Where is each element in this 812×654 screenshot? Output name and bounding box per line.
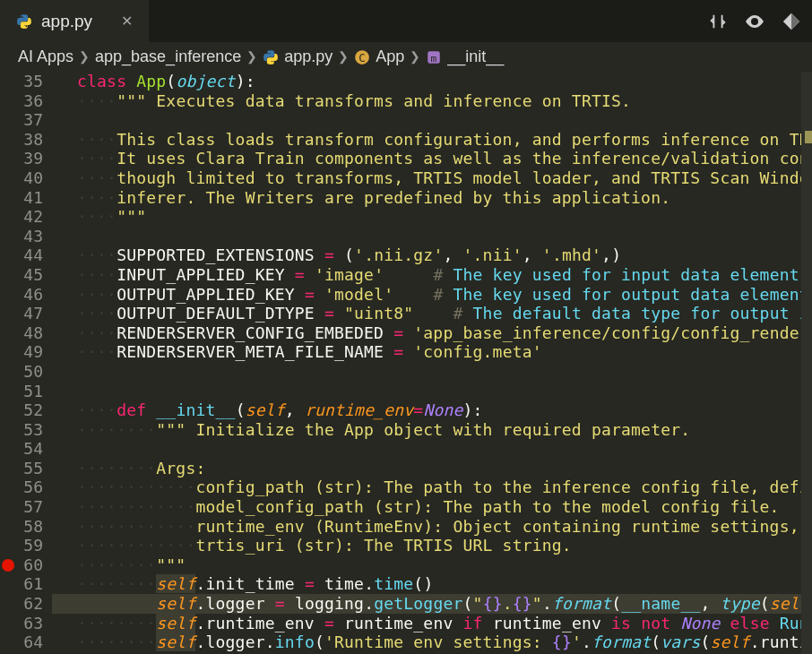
code-line[interactable]: ····RENDERSERVER_CONFIG_EMBEDED = 'app_b… [52, 323, 801, 343]
code-line[interactable]: ········self.logger = logging.getLogger(… [52, 594, 801, 614]
code-line[interactable] [52, 382, 801, 401]
close-icon[interactable]: ✕ [121, 12, 133, 31]
chevron-right-icon: ❯ [338, 47, 349, 67]
svg-text:m: m [431, 52, 437, 64]
chevron-right-icon: ❯ [246, 47, 257, 67]
code-line[interactable]: ············trtis_uri (str): The TRTIS U… [52, 536, 801, 555]
code-line[interactable]: ········""" Initialize the App object wi… [52, 420, 801, 440]
line-number[interactable]: 39 [0, 149, 43, 168]
code-line[interactable]: ········self.init_time = time.time() [52, 574, 801, 594]
code-line[interactable]: ····though limited to transforms, TRTIS … [52, 168, 801, 188]
code-line[interactable]: ····SUPPORTED_EXTENSIONS = ('.nii.gz', '… [52, 245, 801, 265]
code-line[interactable] [52, 439, 801, 459]
code-line[interactable]: ····This class loads transform configura… [52, 130, 801, 150]
line-number[interactable]: 36 [0, 91, 43, 111]
diamond-icon[interactable] [782, 12, 801, 31]
code-line[interactable]: ····It uses Clara Train components as we… [52, 149, 801, 168]
chevron-right-icon: ❯ [79, 47, 90, 67]
line-number[interactable]: 58 [0, 517, 43, 537]
line-number[interactable]: 62 [0, 594, 43, 614]
line-number[interactable]: 44 [0, 245, 43, 265]
code-line[interactable]: ····INPUT_APPLIED_KEY = 'image' # The ke… [52, 265, 801, 285]
tab-bar-tools [149, 0, 812, 42]
python-icon [263, 49, 279, 65]
line-number[interactable]: 45 [0, 265, 43, 285]
breadcrumb: AI Apps ❯ app_base_inference ❯ app.py ❯ … [0, 42, 812, 72]
line-number[interactable]: 48 [0, 323, 43, 343]
line-number[interactable]: 42 [0, 207, 43, 227]
svg-point-0 [753, 20, 756, 23]
line-number[interactable]: 49 [0, 342, 43, 362]
code-line[interactable]: ····""" Executes data transforms and inf… [52, 91, 801, 111]
code-line[interactable]: ············model_config_path (str): The… [52, 497, 801, 517]
line-number[interactable]: 46 [0, 285, 43, 305]
svg-text:C: C [359, 51, 366, 64]
gutter[interactable]: 3536373839404142434445464748495051525354… [0, 72, 52, 654]
code-line[interactable]: ········""" [52, 555, 801, 575]
line-number[interactable]: 40 [0, 168, 43, 188]
eye-icon[interactable] [744, 11, 765, 32]
code-line[interactable]: ········self.runtime_env = runtime_env i… [52, 614, 801, 633]
line-number[interactable]: 63 [0, 614, 43, 633]
code-line[interactable]: ····def __init__(self, runtime_env=None)… [52, 400, 801, 420]
code-line[interactable]: ········Args: [52, 459, 801, 478]
file-tab[interactable]: app.py ✕ [0, 0, 149, 42]
code-line[interactable]: ············runtime_env (RuntimeEnv): Ob… [52, 517, 801, 537]
tab-bar: app.py ✕ [0, 0, 812, 42]
code-area[interactable]: class App(object):····""" Executes data … [52, 72, 801, 654]
code-line[interactable]: ········self.logger.info('Runtime env se… [52, 632, 801, 652]
line-number[interactable]: 56 [0, 478, 43, 497]
class-icon: C [354, 49, 370, 65]
code-line[interactable] [52, 227, 801, 246]
method-icon: m [426, 49, 442, 65]
line-number[interactable]: 64 [0, 632, 43, 652]
line-number[interactable]: 54 [0, 439, 43, 459]
line-number[interactable]: 57 [0, 497, 43, 517]
code-line[interactable]: class App(object): [52, 72, 801, 91]
minimap[interactable] [801, 72, 812, 654]
code-line[interactable]: ····inferer. The Writers are predefined … [52, 188, 801, 208]
code-line[interactable]: ····RENDERSERVER_META_FILE_NAME = 'confi… [52, 342, 801, 362]
line-number[interactable]: 55 [0, 459, 43, 478]
python-icon [16, 13, 32, 30]
crumb-folder[interactable]: AI Apps [18, 47, 73, 67]
chevron-right-icon: ❯ [410, 47, 420, 67]
line-number[interactable]: 43 [0, 227, 43, 246]
compare-icon[interactable] [708, 12, 728, 31]
crumb-file[interactable]: app.py [263, 47, 333, 67]
crumb-class[interactable]: C App [354, 47, 404, 67]
code-line[interactable] [52, 362, 801, 382]
line-number[interactable]: 47 [0, 304, 43, 323]
tab-filename: app.py [41, 12, 92, 31]
line-number[interactable]: 53 [0, 420, 43, 440]
line-number[interactable]: 60 [0, 555, 43, 575]
line-number[interactable]: 59 [0, 536, 43, 555]
code-line[interactable]: ····OUTPUT_APPLIED_KEY = 'model' # The k… [52, 285, 801, 305]
line-number[interactable]: 37 [0, 110, 43, 130]
line-number[interactable]: 51 [0, 382, 43, 401]
code-line[interactable] [52, 110, 801, 130]
line-number[interactable]: 41 [0, 188, 43, 208]
code-line[interactable]: ····OUTPUT_DEFAULT_DTYPE = "uint8" # The… [52, 304, 801, 323]
code-line[interactable]: ····""" [52, 207, 801, 227]
crumb-folder[interactable]: app_base_inference [95, 47, 241, 67]
code-editor[interactable]: 3536373839404142434445464748495051525354… [0, 72, 812, 654]
line-number[interactable]: 50 [0, 362, 43, 382]
crumb-method[interactable]: m __init__ [426, 47, 504, 67]
line-number[interactable]: 52 [0, 400, 43, 420]
line-number[interactable]: 35 [0, 72, 43, 91]
line-number[interactable]: 38 [0, 130, 43, 150]
code-line[interactable]: ············config_path (str): The path … [52, 478, 801, 497]
line-number[interactable]: 61 [0, 574, 43, 594]
